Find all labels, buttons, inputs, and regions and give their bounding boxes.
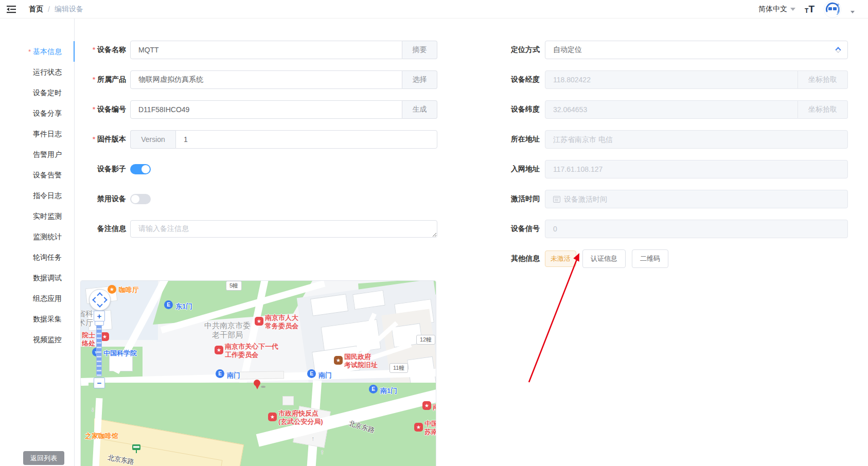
device-shadow-row: 设备影子: [85, 160, 437, 178]
map-pan-control[interactable]: [89, 289, 111, 311]
disable-device-switch[interactable]: [130, 194, 151, 204]
pan-down-icon[interactable]: [97, 301, 102, 307]
sidebar-tab-基本信息[interactable]: *基本信息: [0, 41, 74, 62]
sidebar-tab-组态应用[interactable]: 组态应用: [0, 288, 74, 309]
latitude-append-button: 坐标拾取: [798, 100, 848, 119]
device-name-row: *设备名称摘要: [85, 41, 437, 59]
sidebar-tab-轮询任务[interactable]: 轮询任务: [0, 247, 74, 267]
sidebar-tab-设备定时[interactable]: 设备定时: [0, 82, 74, 103]
map-zoom-slider[interactable]: [96, 323, 102, 377]
product-append-button[interactable]: 选择: [402, 70, 437, 89]
signal-input[interactable]: [553, 225, 840, 233]
gate-marker: E: [307, 369, 316, 378]
sidebar-tab-事件日志[interactable]: 事件日志: [0, 123, 74, 144]
map-shape: [81, 402, 94, 466]
required-star: *: [93, 105, 95, 113]
sidebar-tab-监测统计[interactable]: 监测统计: [0, 226, 74, 247]
address-input[interactable]: [553, 135, 840, 144]
basic-info-form-right: 定位方式自动定位设备经度坐标拾取设备纬度坐标拾取所在地址入网地址激活时间设备信号…: [502, 41, 848, 279]
latitude-row: 设备纬度坐标拾取: [502, 100, 848, 119]
gate-marker: E: [369, 385, 378, 393]
product-control: 选择: [130, 70, 437, 89]
remark-label: 备注信息: [85, 224, 126, 234]
avatar[interactable]: [824, 1, 841, 18]
sidebar-tab-指令日志[interactable]: 指令日志: [0, 185, 74, 206]
device-no-input[interactable]: [138, 105, 394, 114]
active-time-input[interactable]: [564, 195, 840, 203]
locate-mode-select[interactable]: 自动定位: [545, 41, 848, 59]
net-address-input[interactable]: [553, 165, 840, 173]
sidebar-tab-运行状态[interactable]: 运行状态: [0, 62, 74, 82]
poi-marker: ★: [255, 317, 263, 326]
signal-input-box: [545, 220, 848, 238]
active-time-row: 激活时间: [502, 190, 848, 208]
sidebar-tab-告警用户[interactable]: 告警用户: [0, 144, 74, 165]
device-name-input[interactable]: [138, 46, 394, 54]
breadcrumb-home[interactable]: 首页: [29, 5, 43, 14]
net-address-control: [545, 160, 848, 178]
sidebar-tab-视频监控[interactable]: 视频监控: [0, 329, 74, 350]
sidebar-tab-数据调试[interactable]: 数据调试: [0, 267, 74, 288]
locate-mode-control: 自动定位: [545, 41, 848, 59]
device-tabs-sidebar: *基本信息运行状态设备定时设备分享事件日志告警用户设备告警指令日志实时监测监测统…: [0, 19, 75, 466]
font-size-icon[interactable]: TT: [805, 4, 814, 14]
poi-marker: ★: [268, 413, 277, 421]
map-zoom-out-button[interactable]: −: [94, 378, 105, 388]
sidebar-tab-实时监测[interactable]: 实时监测: [0, 206, 74, 226]
latitude-label: 设备纬度: [502, 105, 540, 114]
二维码-button[interactable]: 二维码: [632, 249, 668, 268]
device-shadow-switch[interactable]: [130, 164, 151, 174]
poi-marker: ★: [414, 423, 423, 432]
pan-left-icon[interactable]: [92, 297, 98, 302]
longitude-row: 设备经度坐标拾取: [502, 70, 848, 89]
header-right: 简体中文 TT: [758, 1, 855, 18]
pan-right-icon[interactable]: [101, 297, 107, 302]
longitude-input[interactable]: [553, 76, 790, 84]
device-no-append-button[interactable]: 生成: [402, 100, 437, 119]
address-input-box: [545, 130, 848, 149]
net-address-label: 入网地址: [502, 165, 540, 174]
firmware-input-box: [175, 130, 437, 149]
other-info-row: 其他信息未激活认证信息二维码: [502, 249, 848, 268]
pan-up-icon[interactable]: [97, 292, 102, 298]
firmware-prepend: Version: [130, 130, 175, 149]
device-no-control: 生成: [130, 100, 437, 119]
sidebar-tab-设备告警[interactable]: 设备告警: [0, 165, 74, 185]
language-selector[interactable]: 简体中文: [758, 5, 795, 14]
required-star: *: [28, 48, 31, 56]
collapse-menu-icon[interactable]: [6, 5, 16, 14]
product-input[interactable]: [138, 76, 394, 84]
status-badge: 未激活: [545, 250, 576, 267]
address-control: [545, 130, 848, 149]
firmware-row: *固件版本Version: [85, 130, 437, 149]
device-name-input-box: [130, 41, 402, 59]
remark-textarea[interactable]: [130, 220, 437, 238]
gate-marker: E: [164, 300, 173, 309]
product-input-box: [130, 70, 402, 89]
other-info-label: 其他信息: [502, 254, 540, 263]
认证信息-button[interactable]: 认证信息: [582, 249, 626, 268]
device-name-append-button[interactable]: 摘要: [402, 41, 437, 59]
firmware-input[interactable]: [184, 135, 429, 144]
map-zoom-handle[interactable]: [95, 321, 104, 326]
building-badge: 12幢: [416, 335, 435, 345]
device-no-input-box: [130, 100, 402, 119]
switch-knob: [141, 165, 150, 173]
longitude-input-box: [545, 70, 798, 89]
active-time-control: [545, 190, 848, 208]
bus-stop-icon: [132, 444, 140, 450]
gate-marker: E: [216, 369, 224, 378]
chevron-down-icon: [790, 8, 795, 11]
map-zoom-in-button[interactable]: +: [94, 311, 105, 321]
user-menu-caret-icon[interactable]: [851, 11, 855, 13]
map-shape: [282, 396, 294, 405]
location-map[interactable]: 咖啡厅★5幢E东1门省科术厅院士络处★★中国科学院中共南京市委老干部局★南京市人…: [80, 280, 436, 466]
back-to-list-button[interactable]: 返回列表: [23, 451, 64, 465]
sidebar-tab-数据采集[interactable]: 数据采集: [0, 309, 74, 329]
firmware-label: *固件版本: [85, 135, 126, 144]
device-no-row: *设备编号生成: [85, 100, 437, 119]
chevron-down-icon: [835, 47, 841, 52]
sidebar-tab-设备分享[interactable]: 设备分享: [0, 103, 74, 123]
active-time-input-box: [545, 190, 848, 208]
latitude-input[interactable]: [553, 105, 790, 114]
